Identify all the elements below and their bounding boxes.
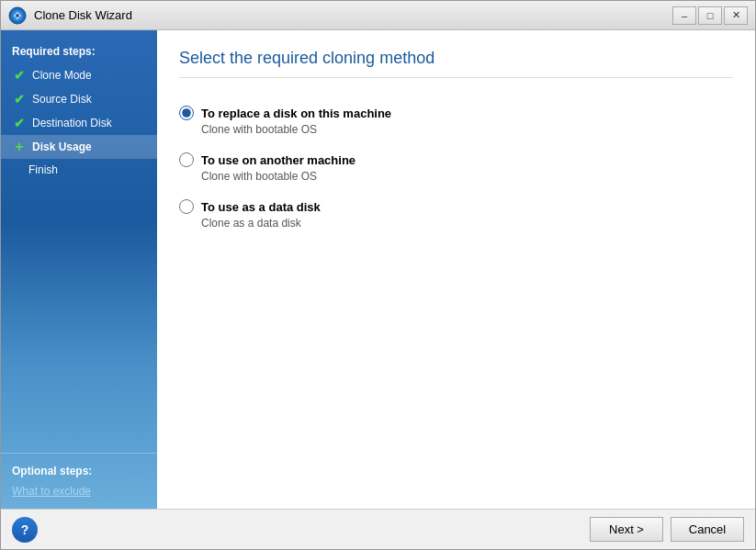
radio-another-machine[interactable]	[179, 152, 194, 167]
option-another-machine: To use on another machine Clone with boo…	[179, 152, 733, 183]
sidebar-label-finish: Finish	[28, 163, 58, 176]
plus-icon-disk-usage: +	[12, 140, 27, 154]
sidebar-spacer	[1, 181, 157, 453]
window-title: Clone Disk Wizard	[34, 8, 672, 22]
next-button[interactable]: Next >	[590, 517, 663, 542]
content-area: Required steps: ✔ Clone Mode ✔ Source Di…	[1, 30, 755, 509]
title-bar: Clone Disk Wizard – □ ✕	[1, 1, 755, 30]
radio-data-disk[interactable]	[179, 199, 194, 214]
option-data-disk: To use as a data disk Clone as a data di…	[179, 199, 733, 230]
main-panel: Select the required cloning method To re…	[157, 30, 755, 509]
radio-another-machine-label[interactable]: To use on another machine	[201, 153, 355, 167]
radio-another-machine-desc: Clone with bootable OS	[201, 170, 733, 183]
sidebar-label-clone-mode: Clone Mode	[32, 69, 92, 82]
footer: ? Next > Cancel	[1, 509, 755, 549]
help-button[interactable]: ?	[12, 517, 38, 543]
cloning-method-options: To replace a disk on this machine Clone …	[179, 106, 733, 230]
minimize-button[interactable]: –	[672, 6, 696, 25]
main-spacer	[179, 230, 733, 490]
radio-replace[interactable]	[179, 106, 194, 120]
what-to-exclude-link[interactable]: What to exclude	[1, 481, 157, 501]
sidebar-item-destination-disk[interactable]: ✔ Destination Disk	[1, 111, 157, 135]
sidebar-item-finish[interactable]: Finish	[1, 159, 157, 181]
optional-steps-label: Optional steps:	[1, 461, 157, 481]
radio-data-disk-desc: Clone as a data disk	[201, 217, 733, 230]
app-icon	[8, 6, 27, 25]
radio-data-disk-label[interactable]: To use as a data disk	[201, 200, 321, 214]
check-icon-destination-disk: ✔	[12, 116, 27, 130]
sidebar-item-clone-mode[interactable]: ✔ Clone Mode	[1, 63, 157, 87]
svg-point-2	[16, 14, 19, 17]
option-another-machine-row: To use on another machine	[179, 152, 733, 167]
required-steps-label: Required steps:	[1, 39, 157, 63]
footer-buttons: Next > Cancel	[590, 517, 744, 542]
clone-disk-wizard-window: Clone Disk Wizard – □ ✕ Required steps: …	[0, 0, 756, 550]
maximize-button[interactable]: □	[698, 6, 722, 25]
check-icon-source-disk: ✔	[12, 92, 27, 107]
sidebar-label-destination-disk: Destination Disk	[32, 117, 112, 129]
sidebar-item-source-disk[interactable]: ✔ Source Disk	[1, 87, 157, 111]
cancel-button[interactable]: Cancel	[671, 517, 744, 542]
option-replace-row: To replace a disk on this machine	[179, 106, 733, 120]
main-panel-title: Select the required cloning method	[179, 49, 733, 78]
radio-replace-desc: Clone with bootable OS	[201, 123, 733, 136]
sidebar: Required steps: ✔ Clone Mode ✔ Source Di…	[1, 30, 157, 509]
sidebar-item-disk-usage[interactable]: + Disk Usage	[1, 135, 157, 159]
option-data-disk-row: To use as a data disk	[179, 199, 733, 214]
sidebar-label-disk-usage: Disk Usage	[32, 140, 92, 153]
check-icon-clone-mode: ✔	[12, 68, 27, 83]
radio-replace-label[interactable]: To replace a disk on this machine	[201, 107, 391, 120]
close-button[interactable]: ✕	[724, 6, 748, 25]
optional-section: Optional steps: What to exclude	[1, 453, 157, 509]
window-controls: – □ ✕	[672, 6, 748, 25]
sidebar-label-source-disk: Source Disk	[32, 93, 92, 106]
option-replace: To replace a disk on this machine Clone …	[179, 106, 733, 136]
